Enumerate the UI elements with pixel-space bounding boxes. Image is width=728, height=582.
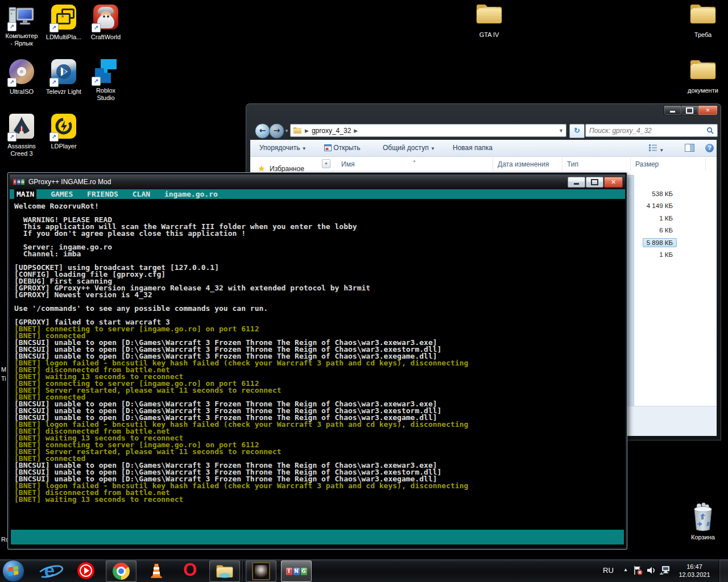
new-folder-button[interactable]: Новая папка (453, 144, 493, 152)
desktop-icon-computer[interactable]: ↗ Компьютер - Ярлык (0, 3, 43, 47)
warcraft3-icon (252, 562, 270, 580)
search-placeholder: Поиск: gproxy_4_32 (589, 127, 652, 135)
console-menubar: MAIN GAMES FRIENDS CLAN ingame.go.ro (10, 189, 625, 199)
console-line: Server: ingame.go.ro (14, 244, 625, 251)
windows-logo-icon (2, 560, 24, 582)
open-icon (324, 144, 332, 151)
menu-clan[interactable]: CLAN (133, 190, 150, 198)
explorer-folder-icon (216, 564, 234, 579)
pane-scroll-up[interactable]: ▲ (322, 159, 330, 168)
desktop-icon-label: Televzr Light (42, 88, 85, 95)
maximize-button[interactable] (586, 177, 603, 188)
maximize-button[interactable] (681, 105, 698, 115)
search-input[interactable]: Поиск: gproxy_4_32 (585, 124, 718, 137)
console-line: Welcome RozorvuRot! (14, 203, 625, 210)
volume-icon[interactable] (647, 566, 656, 575)
explorer-caption-buttons: ✕ (664, 105, 718, 115)
desktop-icon-label: CraftWorld (84, 34, 127, 41)
desktop-icon-assassins-creed[interactable]: ↗ Assassins Creed 3 (0, 113, 43, 157)
console-line: [BNET] Server restarted, please wait 11 … (14, 448, 625, 455)
console-titlebar[interactable]: ING GProxy++ INGAME.ro Mod ✕ (10, 174, 625, 189)
menu-games[interactable]: GAMES (51, 190, 73, 198)
help-button[interactable]: ? (705, 144, 714, 152)
taskbar-vlc[interactable] (148, 562, 165, 579)
refresh-button[interactable]: ↻ (569, 124, 585, 138)
console-input-bar[interactable] (11, 530, 624, 544)
open-button[interactable]: Открыть (324, 144, 360, 152)
taskbar-warcraft3[interactable] (246, 560, 276, 582)
televzr-icon: ↗ (50, 59, 77, 86)
shortcut-arrow-icon: ↗ (49, 78, 59, 87)
column-header-name[interactable]: Имя (341, 160, 354, 168)
menu-server[interactable]: ingame.go.ro (164, 190, 218, 198)
shortcut-arrow-icon: ↗ (92, 77, 101, 86)
favorites-item[interactable]: ★ Избранное (258, 164, 304, 173)
history-dropdown-icon[interactable]: ▼ (284, 128, 289, 134)
taskbar-opera[interactable]: O (183, 560, 197, 580)
organize-menu[interactable]: Упорядочить ▼ (259, 144, 307, 152)
menu-main[interactable]: MAIN (14, 189, 36, 199)
desktop-icon-label: Assassins Creed 3 (0, 143, 43, 157)
taskbar-internet-explorer[interactable]: e (40, 561, 59, 580)
console-line: [BNET] waiting 13 seconds to reconnect (14, 496, 625, 503)
desktop-icon-documents[interactable]: документи (681, 58, 725, 94)
preview-pane-button[interactable] (685, 144, 694, 153)
desktop-icon-gta4[interactable]: GTA IV (468, 2, 511, 39)
language-indicator[interactable]: RU (603, 566, 614, 575)
desktop-icon-craftworld[interactable]: ↗ CraftWorld (84, 3, 127, 41)
column-header-type[interactable]: Тип (567, 160, 578, 168)
taskbar: e O ING RU ▲ (0, 559, 728, 582)
back-button[interactable]: ← (255, 123, 270, 139)
start-button[interactable] (2, 560, 24, 582)
menu-friends[interactable]: FRIENDS (87, 190, 118, 198)
view-button[interactable]: ▼ (648, 144, 664, 153)
desktop-icon-roblox-studio[interactable]: ↗ Roblox Studio (84, 58, 127, 102)
opera-icon: O (183, 560, 197, 580)
desktop-icon-treba[interactable]: Треба (681, 2, 725, 39)
taskbar-gproxy-ingame[interactable]: ING (281, 560, 312, 582)
clipped-desktop-label: M (1, 366, 6, 373)
shortcut-arrow-icon: ↗ (92, 23, 101, 32)
console-line: [BNET] Server restarted, please wait 11 … (14, 387, 625, 394)
share-menu[interactable]: Общий доступ ▼ (383, 144, 435, 152)
forward-button[interactable]: → (269, 123, 284, 139)
desktop-icon-recycle-bin[interactable]: Корзина (681, 501, 725, 541)
address-bar[interactable]: ▶ gproxy_4_32 ▶ ▼ (290, 124, 566, 137)
desktop-icon-ldmultiplayer[interactable]: ⚡ ↗ LDMultiPla... (42, 3, 85, 41)
console-line: [GPROXY] Newest version is 4_32 (14, 292, 625, 298)
tray-expand-icon[interactable]: ▲ (623, 567, 628, 572)
breadcrumb-separator[interactable]: ▶ (354, 128, 358, 134)
desktop-icon-label: LDPlayer (42, 143, 85, 150)
minimize-button[interactable] (568, 177, 585, 188)
network-icon[interactable] (659, 565, 671, 576)
close-button[interactable]: ✕ (698, 105, 718, 115)
minimize-button[interactable] (664, 105, 681, 115)
desktop-icon-label: Корзина (681, 534, 725, 541)
action-center-icon[interactable] (632, 565, 643, 576)
console-output: Welcome RozorvuRot! WARNING! PLEASE READ… (10, 199, 625, 527)
desktop-icon-ldplayer[interactable]: ↗ LDPlayer (42, 113, 85, 150)
show-desktop-button[interactable] (719, 559, 728, 582)
ldplayer-icon: ↗ (50, 114, 77, 141)
tray-clock[interactable]: 16:47 12.03.2021 (675, 563, 714, 579)
desktop-icon-televzr[interactable]: ↗ Televzr Light (42, 58, 85, 95)
column-header-date[interactable]: Дата изменения (498, 160, 549, 168)
column-headers: ▲ Имя Дата изменения Тип Размер (333, 158, 717, 171)
column-header-size[interactable]: Размер (635, 160, 659, 168)
shortcut-arrow-icon: ↗ (7, 22, 16, 31)
explorer-toolbar: Упорядочить ▼ Открыть Общий доступ ▼ Нов… (250, 140, 717, 157)
desktop-icon-ultraiso[interactable]: ↗ UltraISO (0, 58, 43, 95)
address-dropdown-icon[interactable]: ▼ (559, 128, 564, 134)
console-line: Use '/commands' to see any possible comm… (14, 305, 625, 312)
internet-explorer-icon: e (40, 561, 59, 580)
taskbar-explorer[interactable] (209, 560, 240, 582)
desktop-icon-label: Треба (681, 31, 725, 39)
preview-pane-icon (685, 144, 694, 152)
taskbar-chrome[interactable] (106, 560, 136, 582)
breadcrumb[interactable]: gproxy_4_32 (312, 127, 351, 135)
ultraiso-icon: ↗ (8, 59, 35, 86)
close-button[interactable]: ✕ (604, 177, 623, 188)
console-title: GProxy++ INGAME.ro Mod (28, 178, 111, 186)
shortcut-arrow-icon: ↗ (7, 78, 16, 87)
taskbar-youtube-music[interactable] (77, 562, 94, 579)
